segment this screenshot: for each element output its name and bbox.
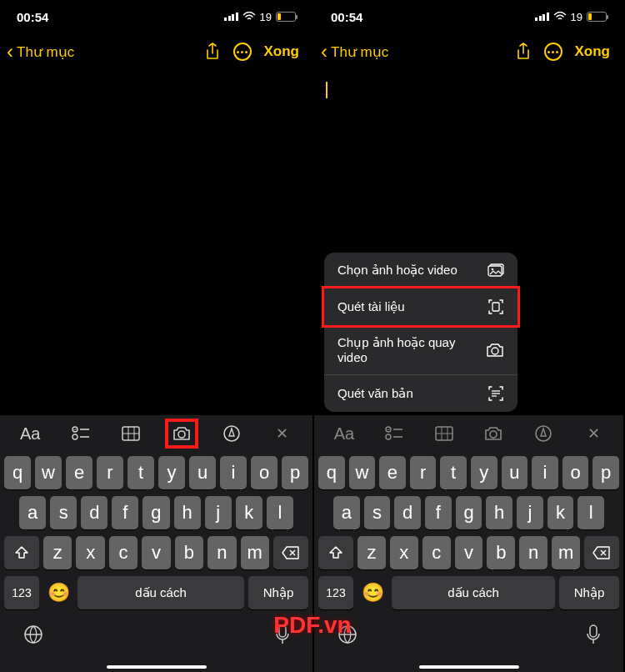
numeric-key[interactable]: 123 bbox=[318, 576, 353, 609]
key-r[interactable]: r bbox=[97, 456, 123, 489]
key-j[interactable]: j bbox=[205, 496, 232, 529]
menu-scan-document[interactable]: Quét tài liệu bbox=[322, 286, 520, 328]
key-m[interactable]: m bbox=[241, 536, 269, 569]
done-button[interactable]: Xong bbox=[258, 43, 307, 60]
key-v[interactable]: v bbox=[142, 536, 170, 569]
enter-key[interactable]: Nhập bbox=[248, 576, 308, 609]
key-a[interactable]: a bbox=[19, 496, 46, 529]
key-a[interactable]: a bbox=[333, 496, 360, 529]
key-n[interactable]: n bbox=[519, 536, 548, 569]
key-o[interactable]: o bbox=[251, 456, 278, 489]
delete-key[interactable] bbox=[584, 536, 619, 569]
menu-scan-text[interactable]: Quét văn bản bbox=[324, 375, 518, 412]
menu-take-photo[interactable]: Chụp ảnh hoặc quay video bbox=[324, 325, 518, 375]
key-i[interactable]: i bbox=[220, 456, 247, 489]
key-b[interactable]: b bbox=[487, 536, 515, 569]
more-button[interactable] bbox=[228, 37, 258, 67]
key-l[interactable]: l bbox=[267, 496, 293, 529]
key-n[interactable]: n bbox=[208, 536, 236, 569]
close-toolbar-button[interactable]: ✕ bbox=[577, 419, 610, 449]
key-s[interactable]: s bbox=[50, 496, 77, 529]
globe-icon[interactable] bbox=[22, 624, 44, 645]
key-g[interactable]: g bbox=[456, 496, 482, 529]
more-button[interactable] bbox=[538, 37, 568, 67]
key-d[interactable]: d bbox=[81, 496, 108, 529]
key-h[interactable]: h bbox=[486, 496, 512, 529]
key-z[interactable]: z bbox=[358, 536, 386, 569]
emoji-key[interactable]: 😊 bbox=[43, 576, 73, 609]
key-l[interactable]: l bbox=[578, 496, 604, 529]
chevron-left-icon: ‹ bbox=[321, 40, 328, 63]
shift-key[interactable] bbox=[318, 536, 353, 569]
menu-choose-photo[interactable]: Chọn ảnh hoặc video bbox=[324, 253, 518, 288]
camera-button[interactable] bbox=[477, 419, 510, 449]
back-button[interactable]: ‹ Thư mục bbox=[7, 40, 198, 63]
text-format-button[interactable]: Aa bbox=[328, 419, 361, 449]
key-y[interactable]: y bbox=[471, 456, 498, 489]
key-u[interactable]: u bbox=[502, 456, 528, 489]
share-button[interactable] bbox=[508, 37, 538, 67]
key-m[interactable]: m bbox=[552, 536, 580, 569]
key-x[interactable]: x bbox=[390, 536, 418, 569]
table-button[interactable] bbox=[428, 419, 461, 449]
key-q[interactable]: q bbox=[318, 456, 345, 489]
key-r[interactable]: r bbox=[410, 456, 437, 489]
text-format-button[interactable]: Aa bbox=[13, 419, 47, 449]
key-y[interactable]: y bbox=[158, 456, 185, 489]
table-icon bbox=[435, 426, 453, 441]
checklist-button[interactable] bbox=[64, 419, 98, 449]
key-o[interactable]: o bbox=[562, 456, 589, 489]
key-f[interactable]: f bbox=[425, 496, 452, 529]
key-t[interactable]: t bbox=[128, 456, 154, 489]
key-k[interactable]: k bbox=[548, 496, 574, 529]
checklist-button[interactable] bbox=[378, 419, 411, 449]
key-t[interactable]: t bbox=[440, 456, 467, 489]
key-e[interactable]: e bbox=[66, 456, 92, 489]
close-toolbar-button[interactable]: ✕ bbox=[266, 419, 299, 449]
mic-icon[interactable] bbox=[586, 624, 601, 645]
key-d[interactable]: d bbox=[394, 496, 421, 529]
key-p[interactable]: p bbox=[592, 456, 619, 489]
space-key[interactable]: dấu cách bbox=[392, 576, 555, 609]
done-button[interactable]: Xong bbox=[568, 43, 618, 60]
key-j[interactable]: j bbox=[517, 496, 543, 529]
menu-label: Quét tài liệu bbox=[338, 299, 405, 314]
key-c[interactable]: c bbox=[109, 536, 138, 569]
back-button[interactable]: ‹ Thư mục bbox=[321, 40, 508, 63]
shift-key[interactable] bbox=[4, 536, 39, 569]
home-indicator[interactable] bbox=[107, 665, 207, 669]
key-e[interactable]: e bbox=[379, 456, 406, 489]
markup-button[interactable] bbox=[215, 419, 248, 449]
key-i[interactable]: i bbox=[532, 456, 558, 489]
key-w[interactable]: w bbox=[35, 456, 62, 489]
key-u[interactable]: u bbox=[189, 456, 216, 489]
key-v[interactable]: v bbox=[455, 536, 483, 569]
delete-key[interactable] bbox=[273, 536, 308, 569]
key-z[interactable]: z bbox=[43, 536, 72, 569]
key-q[interactable]: q bbox=[4, 456, 31, 489]
markup-button[interactable] bbox=[527, 419, 560, 449]
back-label: Thư mục bbox=[17, 43, 74, 61]
note-editor[interactable] bbox=[0, 70, 312, 93]
key-k[interactable]: k bbox=[236, 496, 262, 529]
table-button[interactable] bbox=[114, 419, 148, 449]
key-b[interactable]: b bbox=[175, 536, 203, 569]
key-s[interactable]: s bbox=[364, 496, 391, 529]
key-row-2: asdfghjkl bbox=[317, 496, 621, 529]
key-x[interactable]: x bbox=[76, 536, 104, 569]
key-f[interactable]: f bbox=[112, 496, 138, 529]
key-g[interactable]: g bbox=[142, 496, 169, 529]
numeric-key[interactable]: 123 bbox=[4, 576, 39, 609]
enter-key[interactable]: Nhập bbox=[559, 576, 619, 609]
key-h[interactable]: h bbox=[174, 496, 201, 529]
emoji-key[interactable]: 😊 bbox=[358, 576, 388, 609]
note-editor[interactable] bbox=[314, 70, 623, 110]
key-w[interactable]: w bbox=[349, 456, 376, 489]
key-p[interactable]: p bbox=[282, 456, 308, 489]
camera-button[interactable] bbox=[165, 419, 198, 449]
key-c[interactable]: c bbox=[422, 536, 451, 569]
space-key[interactable]: dấu cách bbox=[78, 576, 244, 609]
home-indicator[interactable] bbox=[419, 665, 519, 669]
text-cursor bbox=[326, 82, 328, 98]
share-button[interactable] bbox=[198, 37, 228, 67]
